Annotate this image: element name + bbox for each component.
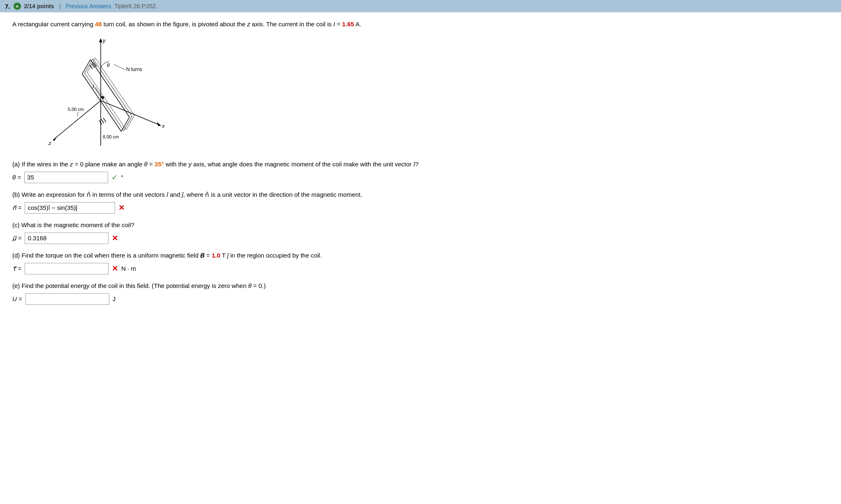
z-axis-ref: z bbox=[247, 21, 250, 28]
part-c-answer-row: μ⃗ = ✕ bbox=[12, 232, 829, 244]
svg-text:θ: θ bbox=[107, 62, 110, 68]
svg-text:y: y bbox=[102, 37, 106, 44]
turn-count: 48 bbox=[95, 21, 102, 28]
svg-line-32 bbox=[103, 118, 106, 122]
svg-line-35 bbox=[94, 62, 97, 67]
part-b-answer-row: n⃗ = ✕ bbox=[12, 202, 829, 214]
part-b-label: (b) Write an expression for n̂ in terms … bbox=[12, 190, 829, 200]
part-d-variable: τ⃗ = bbox=[12, 265, 21, 272]
coil-figure: y x z I bbox=[29, 35, 169, 150]
part-a-unit: ° bbox=[121, 174, 123, 181]
part-d-answer-row: τ⃗ = ✕ N · m bbox=[12, 263, 829, 274]
part-c: (c) What is the magnetic moment of the c… bbox=[12, 220, 829, 244]
svg-marker-4 bbox=[157, 122, 161, 126]
part-b-variable: n⃗ = bbox=[12, 204, 21, 212]
svg-line-15 bbox=[82, 60, 90, 74]
part-e: (e) Find the potential energy of the coi… bbox=[12, 281, 829, 305]
source-text: Tipler6 26.P.052. bbox=[115, 3, 157, 9]
part-e-variable: U = bbox=[12, 295, 22, 302]
part-d-unit: N · m bbox=[121, 265, 136, 272]
question-header: 7. + 2/14 points | Previous Answers Tipl… bbox=[0, 0, 841, 12]
part-a-variable: θ = bbox=[12, 174, 21, 181]
current-value: 1.65 bbox=[342, 21, 354, 28]
part-c-variable: μ⃗ = bbox=[12, 235, 21, 242]
svg-line-13 bbox=[124, 116, 132, 131]
svg-marker-7 bbox=[53, 137, 57, 141]
separator: | bbox=[59, 3, 61, 9]
part-a-label: (a) If the wires in the z = 0 plane make… bbox=[12, 159, 829, 169]
svg-line-3 bbox=[101, 101, 160, 125]
plus-icon: + bbox=[14, 2, 21, 10]
question-body: A rectangular current carrying 48 turn c… bbox=[0, 12, 841, 324]
svg-line-34 bbox=[92, 64, 95, 68]
svg-line-9 bbox=[82, 74, 121, 131]
part-c-cross-icon: ✕ bbox=[112, 234, 118, 243]
part-c-input[interactable] bbox=[25, 232, 109, 244]
svg-line-18 bbox=[90, 60, 129, 117]
part-e-label: (e) Find the potential energy of the coi… bbox=[12, 281, 829, 291]
current-symbol: I bbox=[333, 21, 335, 28]
svg-line-14 bbox=[126, 115, 134, 130]
points-text: 2/14 points bbox=[24, 3, 54, 9]
svg-text:5.00 cm: 5.00 cm bbox=[68, 107, 84, 112]
part-d-cross-icon: ✕ bbox=[112, 264, 118, 273]
svg-line-25 bbox=[114, 64, 125, 70]
part-e-answer-row: U = J bbox=[12, 293, 829, 305]
svg-line-31 bbox=[101, 119, 104, 123]
svg-line-10 bbox=[85, 73, 124, 131]
part-a-input[interactable] bbox=[24, 172, 108, 183]
part-a-answer-row: θ = ✓ ° bbox=[12, 172, 829, 183]
svg-text:8.00 cm: 8.00 cm bbox=[103, 134, 119, 139]
part-a-check-icon: ✓ bbox=[111, 173, 118, 182]
svg-text:N turns: N turns bbox=[126, 67, 142, 72]
part-b-cross-icon: ✕ bbox=[118, 203, 125, 212]
part-d-input[interactable] bbox=[25, 263, 109, 274]
svg-marker-1 bbox=[99, 38, 102, 42]
part-d: (d) Find the torque on the coil when the… bbox=[12, 251, 829, 274]
part-a: (a) If the wires in the z = 0 plane make… bbox=[12, 159, 829, 183]
question-number: 7. bbox=[5, 3, 10, 10]
prev-answers-link[interactable]: Previous Answers bbox=[65, 3, 111, 9]
part-b: (b) Write an expression for n̂ in terms … bbox=[12, 190, 829, 214]
part-b-input[interactable] bbox=[25, 202, 115, 214]
part-e-unit: J bbox=[113, 295, 116, 302]
part-d-label: (d) Find the torque on the coil when the… bbox=[12, 251, 829, 260]
part-e-input[interactable] bbox=[25, 293, 109, 305]
problem-statement: A rectangular current carrying 48 turn c… bbox=[12, 20, 829, 29]
figure-container: y x z I bbox=[29, 35, 829, 151]
svg-line-29 bbox=[77, 112, 78, 116]
svg-text:x: x bbox=[162, 123, 165, 129]
part-c-label: (c) What is the magnetic moment of the c… bbox=[12, 220, 829, 230]
svg-line-11 bbox=[87, 72, 126, 130]
svg-text:z: z bbox=[48, 140, 51, 146]
